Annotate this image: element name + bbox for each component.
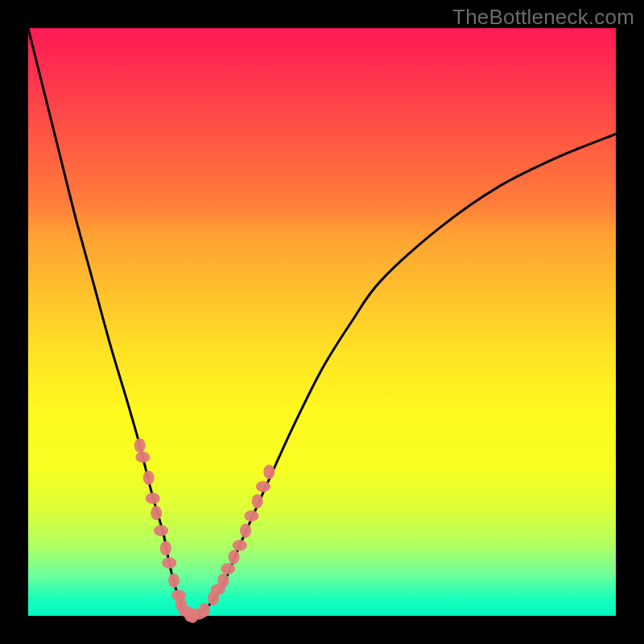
svg-point-1 — [135, 452, 150, 463]
svg-point-23 — [244, 510, 258, 522]
svg-point-7 — [162, 557, 176, 568]
svg-point-4 — [151, 506, 162, 520]
data-markers — [134, 438, 275, 623]
svg-point-18 — [217, 573, 229, 588]
svg-point-5 — [154, 525, 168, 536]
svg-point-15 — [199, 603, 210, 617]
svg-point-20 — [229, 550, 240, 564]
svg-point-24 — [252, 494, 263, 509]
svg-point-26 — [263, 464, 275, 479]
svg-point-0 — [134, 438, 146, 452]
chart-frame: TheBottleneck.com — [0, 0, 644, 644]
svg-point-25 — [256, 481, 270, 492]
svg-point-3 — [146, 493, 160, 504]
plot-area — [28, 28, 616, 616]
svg-point-22 — [240, 523, 251, 538]
svg-point-8 — [168, 573, 180, 588]
curve-line — [28, 28, 616, 617]
chart-svg — [28, 28, 616, 616]
watermark-text: TheBottleneck.com — [452, 5, 634, 30]
svg-point-2 — [143, 470, 155, 485]
svg-point-6 — [160, 541, 171, 555]
svg-point-19 — [221, 564, 235, 575]
svg-point-21 — [233, 539, 247, 551]
